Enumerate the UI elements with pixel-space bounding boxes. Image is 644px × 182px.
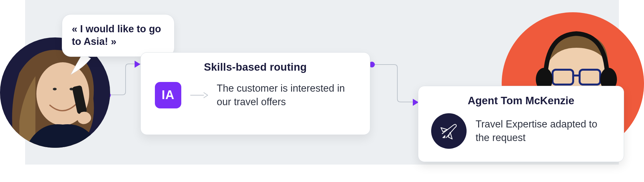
ai-badge: IA	[155, 82, 181, 108]
connector-arrowhead-1	[135, 61, 140, 68]
diagram-stage: « I would like to go to Asia! » Skills-b…	[0, 0, 644, 182]
routing-card: Skills-based routing IA The customer is …	[140, 52, 370, 135]
airplane-icon	[431, 113, 467, 149]
ai-badge-label: IA	[162, 88, 175, 102]
agent-title: Agent Tom McKenzie	[430, 95, 612, 107]
customer-speech-bubble: « I would like to go to Asia! »	[62, 14, 175, 57]
routing-description: The customer is interested in our travel…	[217, 82, 355, 109]
svg-point-1	[53, 88, 57, 90]
agent-body: Travel Expertise adapted to the request	[430, 113, 612, 149]
agent-skill-description: Travel Expertise adapted to the request	[476, 117, 612, 145]
agent-card: Agent Tom McKenzie Travel Expertise adap…	[418, 86, 624, 162]
arrow-right-icon	[190, 91, 208, 99]
routing-body: IA The customer is interested in our tra…	[152, 82, 358, 109]
customer-speech-text: « I would like to go to Asia! »	[72, 23, 161, 47]
routing-title: Skills-based routing	[152, 61, 358, 73]
